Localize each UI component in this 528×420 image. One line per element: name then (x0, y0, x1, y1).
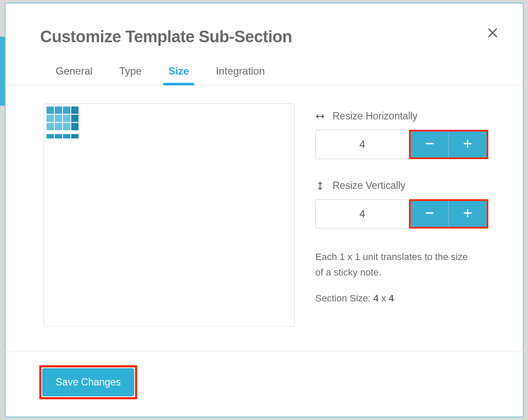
vertical-increment-button[interactable] (449, 201, 487, 227)
grid-cell (71, 134, 79, 138)
size-controls: Resize Horizontally 4 (315, 103, 488, 334)
grid-cell (55, 107, 62, 114)
horizontal-stepper-buttons (409, 130, 488, 159)
tab-type[interactable]: Type (119, 65, 141, 85)
grid-cell (63, 107, 70, 114)
customize-template-modal: Customize Template Sub-Section General T… (5, 3, 524, 417)
section-size-height: 4 (389, 293, 394, 304)
vertical-stepper-buttons (409, 199, 488, 229)
resize-horizontal-icon (315, 112, 325, 121)
control-label-row: Resize Vertically (315, 180, 488, 191)
close-icon (487, 27, 498, 40)
grid-cell (71, 115, 79, 122)
horizontal-value[interactable]: 4 (315, 130, 409, 159)
close-button[interactable] (484, 25, 501, 42)
resize-horizontal-group: Resize Horizontally 4 (315, 110, 488, 159)
tab-bar: General Type Size Integration (5, 46, 524, 85)
grid-cell (47, 134, 54, 138)
save-highlight: Save Changes (39, 365, 137, 399)
section-size-sep: x (379, 293, 389, 304)
tab-general[interactable]: General (56, 65, 92, 85)
size-preview-box (44, 103, 295, 327)
control-label-row: Resize Horizontally (315, 110, 488, 122)
minus-icon (424, 208, 435, 220)
grid-cell (55, 115, 62, 122)
grid-cell (47, 123, 54, 130)
grid-cell (47, 107, 54, 114)
tab-size[interactable]: Size (168, 65, 189, 85)
horizontal-increment-button[interactable] (449, 132, 487, 157)
vertical-value[interactable]: 4 (315, 199, 409, 229)
size-help-text: Each 1 x 1 unit translates to the size o… (315, 249, 475, 281)
grid-cell (63, 123, 70, 130)
section-size-text: Section Size: 4 x 4 (315, 293, 488, 304)
section-size-prefix: Section Size: (315, 293, 374, 304)
grid-cell (71, 123, 79, 130)
plus-icon (462, 208, 473, 220)
grid-cell (71, 107, 79, 114)
grid-cell (47, 115, 54, 122)
save-changes-button[interactable]: Save Changes (42, 368, 134, 396)
modal-footer: Save Changes (5, 351, 524, 417)
grid-cell (55, 123, 62, 130)
plus-icon (462, 138, 473, 150)
section-size-width: 4 (374, 293, 379, 304)
grid-cell (63, 134, 70, 138)
tab-integration[interactable]: Integration (216, 65, 264, 85)
modal-header: Customize Template Sub-Section (6, 3, 523, 46)
vertical-decrement-button[interactable] (411, 201, 449, 227)
vertical-stepper: 4 (315, 199, 488, 229)
modal-title: Customize Template Sub-Section (40, 28, 488, 46)
grid-preview (47, 107, 292, 138)
resize-vertical-icon (315, 181, 325, 191)
horizontal-decrement-button[interactable] (411, 132, 449, 157)
grid-cell (63, 115, 70, 122)
resize-vertical-group: Resize Vertically 4 (315, 180, 488, 229)
modal-body: Resize Horizontally 4 (6, 85, 523, 351)
minus-icon (424, 138, 435, 150)
horizontal-stepper: 4 (315, 130, 488, 159)
resize-vertical-label: Resize Vertically (333, 180, 405, 191)
resize-horizontal-label: Resize Horizontally (333, 110, 418, 122)
grid-cell (55, 134, 62, 138)
